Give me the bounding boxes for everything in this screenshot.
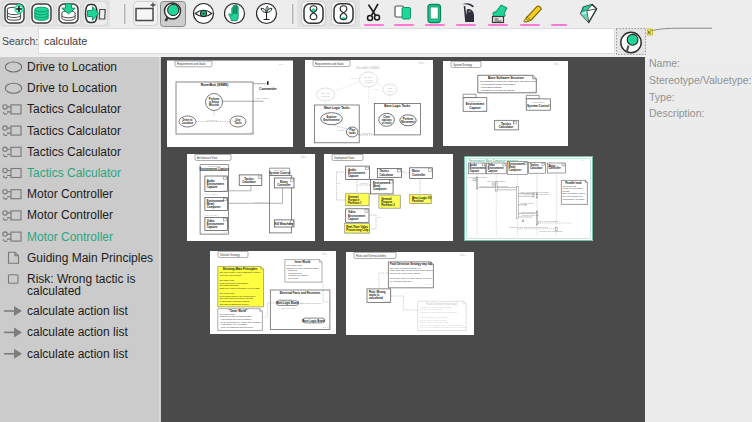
svg-text:«incl»: «incl»: [373, 88, 379, 90]
svg-text:Composer: Composer: [207, 205, 222, 209]
svg-text:and calculates movement action: and calculates movement actions: [220, 297, 254, 299]
svg-text:Controller: Controller: [548, 166, 560, 170]
svg-text:calculate action list: calculate action list: [522, 214, 539, 216]
svg-text:Calculator: Calculator: [242, 180, 257, 184]
svg-text:Calculator: Calculator: [380, 173, 395, 177]
svg-text:The main logic: The main logic: [220, 292, 236, 294]
svg-text:v1 rev2: v1 rev2: [384, 300, 391, 302]
svg-text:v1 rev2: v1 rev2: [223, 189, 229, 191]
svg-text:of tools: of tools: [382, 121, 392, 125]
svg-text:System Strategy: System Strategy: [453, 63, 473, 67]
svg-text:Tactics Calculator: Tactics Calculator: [27, 124, 121, 138]
svg-text:v1 rev2: v1 rev2: [322, 326, 329, 328]
svg-text:calculated: calculated: [369, 296, 383, 300]
svg-text:«deploy»: «deploy»: [360, 182, 370, 184]
svg-text:tasks: tasks: [349, 131, 356, 135]
svg-text:Composer: Composer: [509, 168, 522, 172]
svg-text:«A» count of (verbal) attachme: «A» count of (verbal) attachment: [520, 193, 549, 195]
svg-text:«precedes»: «precedes»: [206, 119, 218, 121]
svg-text:Solution Strategy: Solution Strategy: [220, 253, 240, 257]
svg-text:Requirements and Goals: Requirements and Goals: [177, 62, 206, 66]
svg-text:immediately available: immediately available: [563, 198, 586, 200]
svg-text:v1 rev2: v1 rev2: [482, 109, 489, 111]
svg-text:«env-object» info: «env-object» info: [253, 201, 270, 203]
svg-text:compound fillscore: compound fillscore: [521, 211, 539, 213]
svg-text:Dev...: Dev...: [554, 62, 561, 66]
svg-text:Drive to Location: Drive to Location: [27, 81, 117, 95]
svg-text:and controls things: and controls things: [220, 284, 240, 286]
svg-text:Tactics Calculator: Tactics Calculator: [27, 145, 121, 159]
svg-text:RoverBott (SNMS): RoverBott (SNMS): [356, 66, 379, 70]
svg-text:list of data (multimedia sourc: list of data (multimedia sources): [480, 185, 509, 187]
svg-text:«flag» count of movement blobs: «flag» count of movement blobs: [520, 191, 548, 193]
svg-text:1..*: 1..*: [270, 82, 273, 84]
svg-text:analyze video signal: analyze video signal: [487, 180, 506, 182]
svg-text:update the «list» action list: update the «list» action list for a help…: [509, 226, 548, 228]
svg-text:v1 rev2: v1 rev2: [424, 283, 431, 285]
svg-text:Tools: Tools: [235, 121, 242, 125]
svg-text:Mission: Mission: [364, 81, 373, 84]
svg-text:Calculator: Calculator: [499, 125, 515, 129]
svg-text:«A-level 1 com»: «A-level 1 com»: [202, 214, 218, 216]
svg-text:v1 rev2: v1 rev2: [223, 231, 229, 233]
svg-text:Dev...: Dev...: [279, 63, 285, 66]
svg-text:Motor Controller: Motor Controller: [27, 208, 113, 222]
svg-text:Base Software Structure: Base Software Structure: [488, 76, 524, 80]
svg-text:Main Logic Tasks: Main Logic Tasks: [324, 106, 350, 110]
svg-text:Drive to Location: Drive to Location: [27, 60, 117, 74]
svg-text:«a» «M» an evaluate (fan Speci: «a» «M» an evaluate (fan Specific (s (Pa…: [419, 326, 466, 328]
svg-text:Capture: Capture: [488, 169, 498, 173]
svg-text:Electrical Facts and Restraint: Electrical Facts and Restraints: [280, 291, 321, 295]
svg-text:provide list of next actions: provide list of next actions: [540, 230, 563, 232]
svg-text:Mission: Mission: [209, 103, 219, 107]
svg-text:Movement: Movement: [401, 120, 414, 124]
svg-text:in with many (with the mission: in with many (with the mission: [220, 300, 251, 302]
svg-text:Guiding Main Principles: Guiding Main Principles: [27, 251, 153, 265]
svg-text:Dev...: Dev...: [460, 253, 467, 257]
svg-text:Capture: Capture: [348, 217, 359, 221]
svg-text:Environment: Environment: [323, 118, 340, 122]
svg-text:Dev...: Dev...: [419, 61, 426, 65]
svg-text:prelude the procedural (faults: prelude the procedural (faults): [390, 272, 420, 274]
svg-text:within the current boundary of: within the current boundary of the RoBil…: [220, 287, 261, 289]
svg-text:«A» dual-core) CPU: «A» dual-core) CPU: [277, 307, 296, 309]
svg-text:System Control: System Control: [527, 104, 549, 108]
svg-text:Capture: Capture: [470, 169, 480, 173]
svg-text:- self-check: - self-check: [287, 277, 300, 279]
svg-text:analyze audio signal: analyze audio signal: [469, 176, 488, 178]
svg-text:Requirements and Goals: Requirements and Goals: [315, 62, 344, 66]
svg-text:Capture: Capture: [469, 106, 481, 110]
svg-text:Nano Board Connector: Nano Board Connector: [300, 302, 322, 304]
svg-text:Kill Watchdog: Kill Watchdog: [275, 222, 294, 226]
svg-text:Capture: Capture: [348, 174, 359, 178]
svg-text:«A-level 1 com»: «A-level 1 com»: [202, 193, 218, 195]
svg-text:that was programmed before).: that was programmed before).: [220, 303, 251, 305]
svg-text:Partition 2: Partition 2: [381, 203, 395, 207]
svg-text:Motor Controller: Motor Controller: [27, 187, 113, 201]
svg-text:onto two logic boards:: onto two logic boards:: [220, 274, 242, 276]
svg-text:«uses»: «uses»: [338, 129, 346, 131]
svg-text:Controller: Controller: [412, 173, 426, 177]
svg-text:Partition 1: Partition 1: [348, 201, 362, 205]
svg-text:calculate action list: calculate action list: [27, 347, 128, 361]
svg-text:Architecture View: Architecture View: [197, 156, 217, 160]
svg-text:Base Logic Tasks: Base Logic Tasks: [384, 104, 410, 108]
svg-text:Capture: Capture: [207, 225, 218, 229]
svg-text:Calculator: Calculator: [530, 166, 543, 170]
svg-text:Deployment View: Deployment View: [334, 156, 354, 160]
svg-text:calculated: calculated: [27, 284, 81, 298]
svg-text:Tools: Tools: [387, 90, 394, 93]
svg-text:v1 rev2: v1 rev2: [529, 90, 537, 92]
svg-text:by (check)points only): by (check)points only): [390, 280, 412, 282]
svg-text:«precedes»: «precedes»: [361, 132, 373, 134]
svg-text:list of planned actions: list of planned actions: [539, 220, 558, 222]
svg-text:- bear out highness and scenar: - bear out highness and scenario: [220, 326, 254, 328]
svg-text:base mission: base mission: [256, 97, 270, 99]
svg-text:Partition: Partition: [412, 199, 424, 203]
svg-text:«include»: «include»: [349, 77, 359, 79]
svg-text:create fill score: create fill score: [521, 202, 535, 204]
svg-text:gets sensor data of the enviro: gets sensor data of the environment: [220, 295, 256, 297]
svg-text:Location: Location: [182, 121, 194, 125]
svg-text:Motor Controller: Motor Controller: [27, 230, 113, 244]
svg-text:Base Logic Board: Base Logic Board: [302, 319, 325, 323]
